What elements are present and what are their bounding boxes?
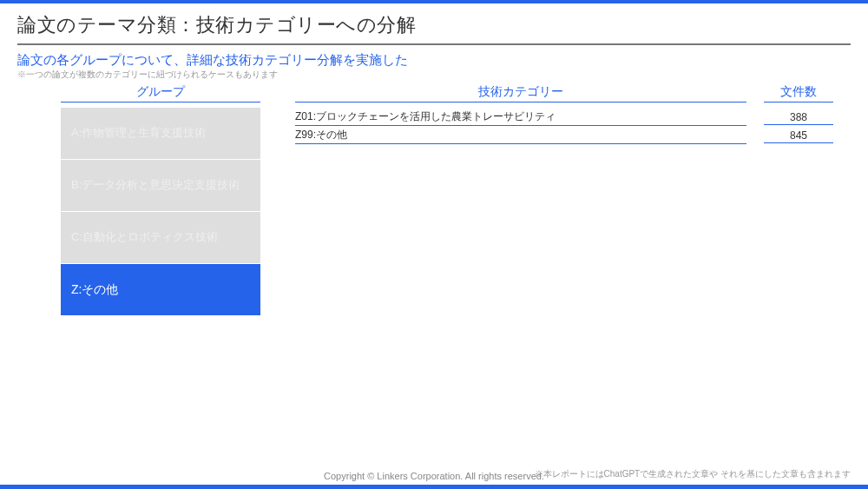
sidebar-item-z[interactable]: Z:その他	[61, 264, 260, 316]
group-sidebar: A:作物管理と生育支援技術 B:データ分析と意思決定支援技術 C:自動化とロボテ…	[61, 108, 260, 316]
cell-count: 388	[764, 109, 833, 125]
sidebar-item-a[interactable]: A:作物管理と生育支援技術	[61, 108, 260, 160]
cell-count: 845	[764, 128, 833, 143]
data-rows: Z01:ブロックチェーンを活用した農業トレーサビリティ 388 Z99:その他 …	[269, 108, 851, 316]
sidebar-item-b[interactable]: B:データ分析と意思決定支援技術	[61, 160, 260, 212]
sidebar-item-c[interactable]: C:自動化とロボティクス技術	[61, 212, 260, 264]
note: ※一つの論文が複数のカテゴリーに紐づけられるケースもあります	[0, 69, 868, 84]
column-headers: グループ 技術カテゴリー 文件数	[0, 84, 868, 102]
page-title: 論文のテーマ分類：技術カテゴリーへの分解	[0, 3, 868, 43]
footnote-text: ※本レポートにはChatGPTで生成された文章や それを基にした文章も含まれます	[535, 468, 851, 480]
header-count: 文件数	[764, 84, 833, 102]
subtitle: 論文の各グループについて、詳細な技術カテゴリー分解を実施した	[0, 45, 868, 69]
bottom-accent-bar	[0, 485, 868, 489]
content-area: A:作物管理と生育支援技術 B:データ分析と意思決定支援技術 C:自動化とロボテ…	[0, 102, 868, 316]
cell-tech: Z99:その他	[295, 126, 746, 144]
header-tech-category: 技術カテゴリー	[295, 84, 746, 102]
footer: Copyright © Linkers Corporation. All rig…	[0, 471, 868, 489]
header-group: グループ	[61, 84, 260, 102]
table-row: Z99:その他 845	[269, 126, 851, 144]
cell-tech: Z01:ブロックチェーンを活用した農業トレーサビリティ	[295, 108, 746, 126]
table-row: Z01:ブロックチェーンを活用した農業トレーサビリティ 388	[269, 108, 851, 126]
